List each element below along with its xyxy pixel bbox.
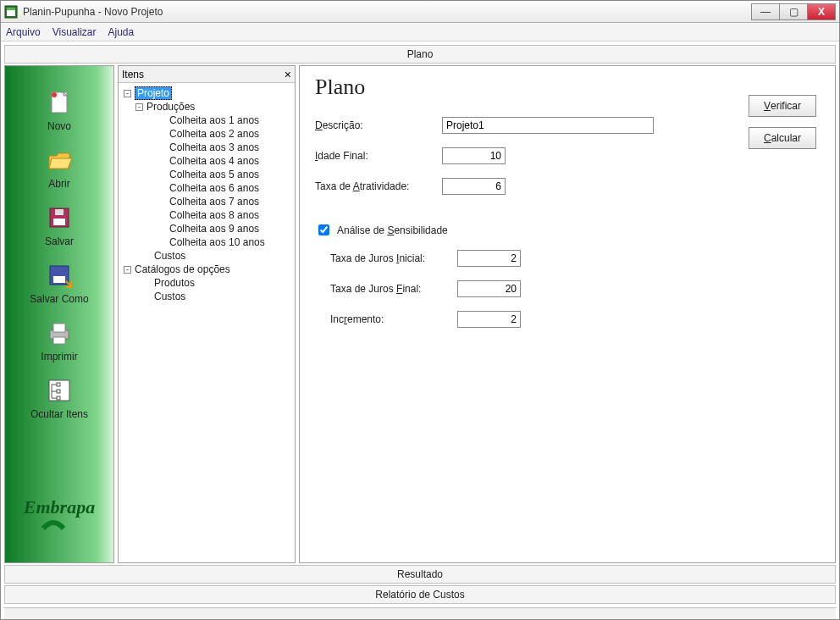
sidebar-label-salvarcomo: Salvar Como: [30, 293, 88, 305]
sidebar-label-abrir: Abrir: [48, 178, 69, 190]
app-icon: [4, 5, 18, 19]
tree-node-colheita-1[interactable]: Colheita aos 1 anos: [120, 113, 293, 127]
svg-rect-2: [7, 8, 15, 10]
close-button[interactable]: X: [807, 3, 836, 20]
svg-rect-18: [57, 390, 60, 393]
svg-rect-16: [57, 383, 60, 386]
svg-point-4: [52, 92, 57, 97]
input-juros-inicial[interactable]: [457, 250, 521, 267]
tree-node-colheita-9[interactable]: Colheita aos 9 anos: [120, 222, 293, 235]
tree-node-produtos[interactable]: Produtos: [120, 276, 293, 290]
input-atratividade[interactable]: [442, 178, 506, 195]
label-idade: Idade Final:: [315, 150, 442, 162]
input-idade[interactable]: [442, 147, 506, 164]
checkbox-analise[interactable]: [318, 224, 329, 235]
tab-relatorio-custos[interactable]: Relatório de Custos: [4, 585, 836, 604]
label-descricao: Descrição:: [315, 119, 442, 131]
top-tab-plano[interactable]: Plano: [4, 45, 836, 64]
sidebar-item-ocultar[interactable]: Ocultar Itens: [30, 376, 88, 420]
input-descricao[interactable]: [442, 117, 654, 134]
verificar-button[interactable]: Verificar: [749, 95, 816, 117]
menu-visualizar[interactable]: Visualizar: [52, 26, 97, 38]
sidebar-label-ocultar: Ocultar Itens: [30, 408, 88, 420]
print-icon: [45, 318, 74, 347]
save-icon: [45, 203, 74, 232]
tree-node-custos[interactable]: Custos: [120, 249, 293, 263]
sidebar-item-abrir[interactable]: Abrir: [45, 146, 74, 190]
tree-header-title: Itens: [122, 69, 144, 80]
menu-ajuda[interactable]: Ajuda: [108, 26, 135, 38]
menu-arquivo[interactable]: Arquivo: [6, 26, 41, 38]
label-atratividade: Taxa de Atratividade:: [315, 180, 442, 192]
form-panel: Plano Descrição: Idade Final: Taxa de At…: [299, 65, 836, 563]
maximize-button[interactable]: ▢: [779, 3, 808, 20]
input-incremento[interactable]: [457, 311, 521, 328]
status-strip: [4, 607, 836, 619]
sidebar-label-salvar: Salvar: [45, 235, 74, 247]
tree-close-button[interactable]: ×: [285, 68, 291, 81]
tree-node-custos2[interactable]: Custos: [120, 290, 293, 303]
calcular-button[interactable]: Calcular: [749, 127, 816, 149]
label-incremento: Incremento:: [330, 313, 457, 325]
tree-node-colheita-3[interactable]: Colheita aos 3 anos: [120, 141, 293, 154]
saveas-icon: [45, 261, 74, 290]
minimize-button[interactable]: —: [751, 3, 780, 20]
tree-node-colheita-6[interactable]: Colheita aos 6 anos: [120, 181, 293, 195]
tree-node-colheita-10[interactable]: Colheita aos 10 anos: [120, 235, 293, 249]
window-title: Planin-Pupunha - Novo Projeto: [23, 6, 752, 18]
titlebar: Planin-Pupunha - Novo Projeto — ▢ X: [1, 1, 839, 23]
sidebar: Novo Abrir Salvar Salvar Como: [4, 65, 114, 563]
sidebar-item-salvar[interactable]: Salvar: [45, 203, 74, 247]
svg-rect-6: [53, 219, 65, 225]
sidebar-item-imprimir[interactable]: Imprimir: [41, 318, 77, 363]
brand-logo: Embrapa: [24, 496, 95, 530]
svg-rect-7: [55, 209, 64, 215]
tree-node-colheita-2[interactable]: Colheita aos 2 anos: [120, 127, 293, 141]
tree-node-colheita-5[interactable]: Colheita aos 5 anos: [120, 168, 293, 181]
svg-rect-9: [53, 276, 65, 283]
input-juros-final[interactable]: [457, 280, 521, 297]
tree-node-catalogos[interactable]: -Catálogos de opções: [120, 263, 293, 276]
tree-node-colheita-7[interactable]: Colheita aos 7 anos: [120, 195, 293, 208]
tree-node-projeto[interactable]: -Projeto: [120, 86, 293, 100]
new-icon: [45, 88, 74, 117]
svg-rect-12: [53, 337, 65, 344]
svg-rect-20: [57, 396, 60, 400]
tree-node-producoes[interactable]: -Produções: [120, 100, 293, 113]
sidebar-item-salvarcomo[interactable]: Salvar Como: [30, 261, 88, 305]
open-icon: [45, 146, 74, 174]
label-juros-final: Taxa de Juros Final:: [330, 283, 457, 295]
label-analise: Análise de Sensibilidade: [337, 224, 448, 236]
label-juros-inicial: Taxa de Juros Inicial:: [330, 252, 457, 264]
sidebar-label-novo: Novo: [47, 120, 71, 132]
tree-node-colheita-8[interactable]: Colheita aos 8 anos: [120, 208, 293, 222]
menubar: Arquivo Visualizar Ajuda: [1, 23, 839, 42]
svg-rect-11: [53, 324, 65, 332]
sidebar-item-novo[interactable]: Novo: [45, 88, 74, 132]
tree-node-colheita-4[interactable]: Colheita aos 4 anos: [120, 154, 293, 168]
top-tab-label: Plano: [407, 48, 434, 60]
tree-panel: Itens × -Projeto -Produções Colheita aos…: [118, 65, 296, 563]
sidebar-label-imprimir: Imprimir: [41, 351, 77, 363]
hide-tree-icon: [45, 376, 74, 405]
tab-resultado[interactable]: Resultado: [4, 565, 836, 584]
form-title: Plano: [315, 75, 820, 100]
tree-body[interactable]: -Projeto -Produções Colheita aos 1 anos …: [119, 83, 295, 562]
